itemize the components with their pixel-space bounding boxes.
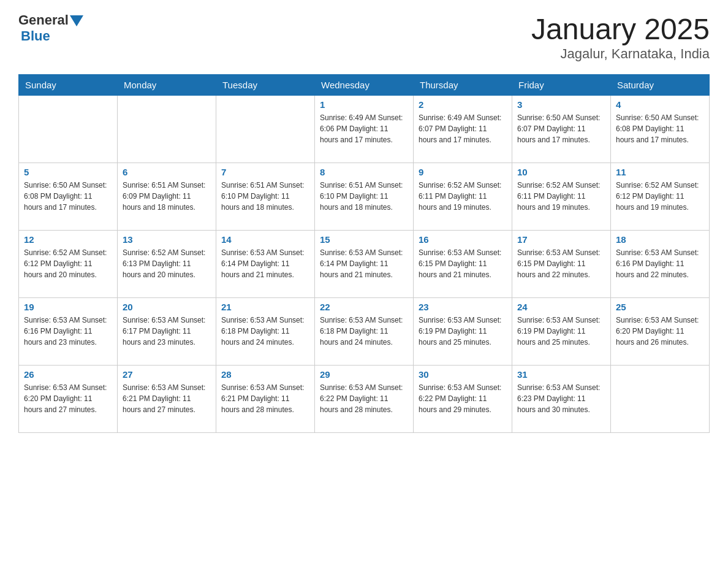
calendar-week-row: 1Sunrise: 6:49 AM Sunset: 6:06 PM Daylig…	[19, 96, 710, 163]
day-number: 20	[123, 302, 211, 312]
day-info: Sunrise: 6:50 AM Sunset: 6:07 PM Dayligh…	[517, 112, 605, 145]
calendar-cell: 30Sunrise: 6:53 AM Sunset: 6:22 PM Dayli…	[414, 366, 512, 433]
calendar-cell: 19Sunrise: 6:53 AM Sunset: 6:16 PM Dayli…	[19, 298, 118, 366]
calendar-cell: 5Sunrise: 6:50 AM Sunset: 6:08 PM Daylig…	[19, 163, 118, 231]
logo-general-text: General	[18, 12, 69, 28]
calendar-cell: 16Sunrise: 6:53 AM Sunset: 6:15 PM Dayli…	[414, 231, 512, 298]
day-info: Sunrise: 6:49 AM Sunset: 6:06 PM Dayligh…	[320, 112, 408, 145]
calendar-week-row: 19Sunrise: 6:53 AM Sunset: 6:16 PM Dayli…	[19, 298, 710, 366]
calendar-cell	[611, 366, 710, 433]
day-info: Sunrise: 6:51 AM Sunset: 6:10 PM Dayligh…	[320, 180, 408, 213]
day-header-tuesday: Tuesday	[216, 75, 315, 96]
calendar-week-row: 12Sunrise: 6:52 AM Sunset: 6:12 PM Dayli…	[19, 231, 710, 298]
day-header-friday: Friday	[512, 75, 611, 96]
calendar-cell: 26Sunrise: 6:53 AM Sunset: 6:20 PM Dayli…	[19, 366, 118, 433]
calendar-cell: 18Sunrise: 6:53 AM Sunset: 6:16 PM Dayli…	[611, 231, 710, 298]
day-number: 30	[419, 369, 507, 380]
day-info: Sunrise: 6:53 AM Sunset: 6:14 PM Dayligh…	[221, 247, 309, 280]
logo-triangle-icon	[70, 15, 83, 26]
day-info: Sunrise: 6:53 AM Sunset: 6:19 PM Dayligh…	[419, 315, 507, 348]
day-number: 12	[24, 234, 112, 245]
day-number: 28	[221, 369, 309, 380]
day-number: 1	[320, 99, 408, 110]
calendar-header-row: SundayMondayTuesdayWednesdayThursdayFrid…	[19, 75, 710, 96]
day-header-thursday: Thursday	[414, 75, 512, 96]
day-number: 11	[616, 167, 704, 177]
calendar-cell: 29Sunrise: 6:53 AM Sunset: 6:22 PM Dayli…	[315, 366, 414, 433]
calendar-cell: 24Sunrise: 6:53 AM Sunset: 6:19 PM Dayli…	[512, 298, 611, 366]
logo: General Blue	[18, 12, 83, 44]
calendar-cell: 14Sunrise: 6:53 AM Sunset: 6:14 PM Dayli…	[216, 231, 315, 298]
day-number: 31	[517, 369, 605, 380]
calendar-cell: 4Sunrise: 6:50 AM Sunset: 6:08 PM Daylig…	[611, 96, 710, 163]
day-number: 10	[517, 167, 605, 177]
day-info: Sunrise: 6:53 AM Sunset: 6:18 PM Dayligh…	[221, 315, 309, 348]
svg-marker-0	[70, 15, 83, 26]
calendar-cell: 11Sunrise: 6:52 AM Sunset: 6:12 PM Dayli…	[611, 163, 710, 231]
calendar-week-row: 26Sunrise: 6:53 AM Sunset: 6:20 PM Dayli…	[19, 366, 710, 433]
day-number: 6	[123, 167, 211, 177]
day-number: 24	[517, 302, 605, 312]
title-block: January 2025 Jagalur, Karnataka, India	[531, 12, 710, 62]
day-number: 18	[616, 234, 704, 245]
day-number: 29	[320, 369, 408, 380]
day-header-saturday: Saturday	[611, 75, 710, 96]
day-number: 21	[221, 302, 309, 312]
day-info: Sunrise: 6:53 AM Sunset: 6:21 PM Dayligh…	[221, 382, 309, 415]
day-number: 15	[320, 234, 408, 245]
day-number: 4	[616, 99, 704, 110]
day-number: 3	[517, 99, 605, 110]
calendar-cell: 13Sunrise: 6:52 AM Sunset: 6:13 PM Dayli…	[118, 231, 216, 298]
day-info: Sunrise: 6:50 AM Sunset: 6:08 PM Dayligh…	[616, 112, 704, 145]
day-info: Sunrise: 6:53 AM Sunset: 6:15 PM Dayligh…	[517, 247, 605, 280]
calendar-cell: 31Sunrise: 6:53 AM Sunset: 6:23 PM Dayli…	[512, 366, 611, 433]
calendar-title: January 2025	[531, 12, 710, 46]
day-number: 25	[616, 302, 704, 312]
calendar-cell: 20Sunrise: 6:53 AM Sunset: 6:17 PM Dayli…	[118, 298, 216, 366]
calendar-cell: 12Sunrise: 6:52 AM Sunset: 6:12 PM Dayli…	[19, 231, 118, 298]
page-header: General Blue January 2025 Jagalur, Karna…	[18, 12, 710, 62]
day-number: 8	[320, 167, 408, 177]
day-number: 13	[123, 234, 211, 245]
logo-blue-text: Blue	[21, 28, 50, 44]
day-number: 17	[517, 234, 605, 245]
day-info: Sunrise: 6:53 AM Sunset: 6:15 PM Dayligh…	[419, 247, 507, 280]
day-info: Sunrise: 6:52 AM Sunset: 6:11 PM Dayligh…	[517, 180, 605, 213]
calendar-cell: 17Sunrise: 6:53 AM Sunset: 6:15 PM Dayli…	[512, 231, 611, 298]
day-header-monday: Monday	[118, 75, 216, 96]
day-number: 5	[24, 167, 112, 177]
day-header-sunday: Sunday	[19, 75, 118, 96]
day-number: 19	[24, 302, 112, 312]
day-number: 16	[419, 234, 507, 245]
day-header-wednesday: Wednesday	[315, 75, 414, 96]
calendar-cell	[118, 96, 216, 163]
calendar-cell: 28Sunrise: 6:53 AM Sunset: 6:21 PM Dayli…	[216, 366, 315, 433]
day-number: 2	[419, 99, 507, 110]
calendar-week-row: 5Sunrise: 6:50 AM Sunset: 6:08 PM Daylig…	[19, 163, 710, 231]
day-info: Sunrise: 6:53 AM Sunset: 6:18 PM Dayligh…	[320, 315, 408, 348]
calendar-cell: 6Sunrise: 6:51 AM Sunset: 6:09 PM Daylig…	[118, 163, 216, 231]
calendar-cell	[216, 96, 315, 163]
calendar-cell: 3Sunrise: 6:50 AM Sunset: 6:07 PM Daylig…	[512, 96, 611, 163]
day-info: Sunrise: 6:53 AM Sunset: 6:16 PM Dayligh…	[616, 247, 704, 280]
day-info: Sunrise: 6:53 AM Sunset: 6:17 PM Dayligh…	[123, 315, 211, 348]
day-info: Sunrise: 6:53 AM Sunset: 6:23 PM Dayligh…	[517, 382, 605, 415]
day-number: 27	[123, 369, 211, 380]
calendar-cell: 25Sunrise: 6:53 AM Sunset: 6:20 PM Dayli…	[611, 298, 710, 366]
day-info: Sunrise: 6:53 AM Sunset: 6:20 PM Dayligh…	[24, 382, 112, 415]
day-info: Sunrise: 6:53 AM Sunset: 6:19 PM Dayligh…	[517, 315, 605, 348]
calendar-cell: 22Sunrise: 6:53 AM Sunset: 6:18 PM Dayli…	[315, 298, 414, 366]
day-number: 14	[221, 234, 309, 245]
day-info: Sunrise: 6:52 AM Sunset: 6:13 PM Dayligh…	[123, 247, 211, 280]
day-info: Sunrise: 6:53 AM Sunset: 6:20 PM Dayligh…	[616, 315, 704, 348]
calendar-cell: 8Sunrise: 6:51 AM Sunset: 6:10 PM Daylig…	[315, 163, 414, 231]
calendar-subtitle: Jagalur, Karnataka, India	[531, 46, 710, 62]
day-info: Sunrise: 6:52 AM Sunset: 6:11 PM Dayligh…	[419, 180, 507, 213]
day-info: Sunrise: 6:51 AM Sunset: 6:09 PM Dayligh…	[123, 180, 211, 213]
day-number: 26	[24, 369, 112, 380]
calendar-cell: 15Sunrise: 6:53 AM Sunset: 6:14 PM Dayli…	[315, 231, 414, 298]
calendar-cell: 27Sunrise: 6:53 AM Sunset: 6:21 PM Dayli…	[118, 366, 216, 433]
calendar-cell: 9Sunrise: 6:52 AM Sunset: 6:11 PM Daylig…	[414, 163, 512, 231]
day-info: Sunrise: 6:53 AM Sunset: 6:21 PM Dayligh…	[123, 382, 211, 415]
day-info: Sunrise: 6:53 AM Sunset: 6:22 PM Dayligh…	[320, 382, 408, 415]
